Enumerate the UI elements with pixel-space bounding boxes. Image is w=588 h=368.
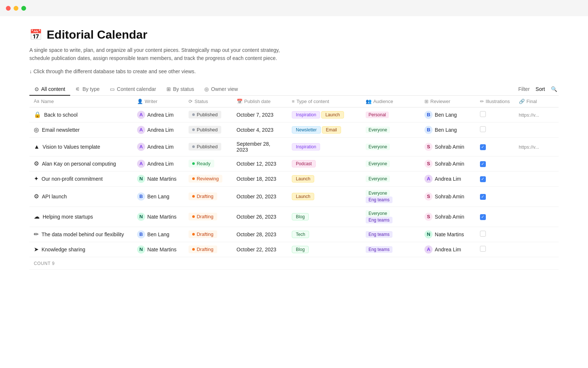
illus-col-icon: ✏ [480,99,484,104]
illustrations-checkbox[interactable] [480,126,486,132]
content-type-tag: Launch [321,111,344,118]
row-name: Knowledge sharing [42,247,85,252]
status-dot [192,145,195,148]
cell-publish-date: October 20, 2023 [232,186,287,206]
reviewer-name: Sohrab Amin [435,144,464,150]
illustrations-checkbox[interactable] [480,111,486,117]
close-button[interactable] [6,6,11,11]
table-row[interactable]: ▲Vision to Values templateAAndrea LimPub… [29,137,559,156]
search-button[interactable]: 🔍 [551,86,557,92]
sort-button[interactable]: Sort [535,86,545,92]
cell-name: ◎Email newsletter [29,122,133,137]
cell-illustrations[interactable] [476,156,514,171]
writer-name: Ben Lang [147,231,169,237]
illustrations-checkbox[interactable] [480,161,486,167]
cell-content-type: Tech [287,227,361,242]
illustrations-checkbox[interactable] [480,231,486,237]
audience-tag: Eng teams [366,231,392,238]
tab-by-status[interactable]: ⊞ By status [161,83,200,96]
table-row[interactable]: ✏The data model behind our flexibilityBB… [29,227,559,242]
cell-illustrations[interactable] [476,242,514,257]
by-status-icon: ⊞ [166,86,171,92]
status-badge: Drafting [189,192,217,200]
reviewer-name: Andrea Lim [435,247,461,252]
reviewer-avatar: S [424,213,433,221]
table-row[interactable]: 🔒Back to schoolAAndrea LimPublishedOctob… [29,107,559,122]
cell-publish-date: September 28, 2023 [232,137,287,156]
tab-owner-view[interactable]: ◎ Owner view [199,83,243,96]
audience-tag: Eng teams [366,246,392,253]
status-label: Drafting [197,194,214,199]
cell-illustrations[interactable] [476,206,514,227]
table-row[interactable]: ⚙API launchBBen LangDraftingOctober 20, … [29,186,559,206]
cell-illustrations[interactable] [476,107,514,122]
cell-illustrations[interactable] [476,186,514,206]
tab-by-type-label: By type [82,86,100,92]
cell-audience: Everyone [361,137,420,156]
cell-status: Drafting [184,242,232,257]
illustrations-checkbox[interactable] [480,246,486,252]
cell-final-url [514,227,559,242]
audience-tag: Everyone [366,144,390,150]
row-name: The data model behind our flexibility [42,231,124,237]
content-type-tag: Blog [292,246,309,253]
cell-writer: NNate Martins [133,242,184,257]
status-dot [192,128,195,131]
content-type-tag: Launch [292,193,314,200]
status-dot [192,177,195,180]
audience-col-icon: 👥 [366,99,372,104]
table-row[interactable]: ☁Helping more startupsNNate MartinsDraft… [29,206,559,227]
tab-by-type[interactable]: ⚟ By type [70,83,105,96]
status-label: Drafting [197,214,214,219]
tab-all-content[interactable]: ⊙ All content [29,83,70,96]
row-icon: ✏ [34,231,39,238]
table-row[interactable]: ⚙Alan Kay on personal computingAAndrea L… [29,156,559,171]
cell-reviewer: SSohrab Amin [420,156,475,171]
reviewer-name: Andrea Lim [435,176,461,182]
row-icon: ➤ [34,246,39,253]
tab-all-content-label: All content [41,86,65,92]
cell-audience: Eng teams [361,242,420,257]
date-col-icon: 📅 [237,99,243,104]
minimize-button[interactable] [14,6,18,11]
illustrations-checkbox[interactable] [480,144,486,150]
filter-button[interactable]: Filter [518,86,530,92]
table-row[interactable]: ➤Knowledge sharingNNate MartinsDraftingO… [29,242,559,257]
cell-audience: Everyone [361,171,420,186]
cell-illustrations[interactable] [476,137,514,156]
cell-reviewer: SSohrab Amin [420,186,475,206]
status-label: Reviewing [197,176,219,181]
cell-content-type: Launch [287,186,361,206]
avatar: A [137,111,145,119]
cell-final-url [514,242,559,257]
audience-tag: Everyone [366,210,390,217]
cell-illustrations[interactable] [476,171,514,186]
cell-publish-date: October 22, 2023 [232,242,287,257]
page-hint: ↓ Click through the different database t… [29,68,559,74]
cell-publish-date: October 26, 2023 [232,206,287,227]
illustrations-checkbox[interactable] [480,194,486,200]
count-label: COUNT 9 [34,261,55,266]
row-name: API launch [42,194,67,199]
audience-tag: Personal [366,112,389,118]
tab-content-calendar[interactable]: ▭ Content calendar [105,83,161,96]
reviewer-avatar: S [424,160,433,168]
status-badge: Published [189,143,221,151]
cell-publish-date: October 4, 2023 [232,122,287,137]
maximize-button[interactable] [21,6,26,11]
tab-by-status-label: By status [173,86,194,92]
avatar: N [137,213,145,221]
illustrations-checkbox[interactable] [480,214,486,220]
table-row[interactable]: ◎Email newsletterAAndrea LimPublishedOct… [29,122,559,137]
reviewer-avatar: A [424,245,433,254]
row-name: Helping more startups [43,214,93,220]
cell-illustrations[interactable] [476,122,514,137]
table-row[interactable]: ✦Our non-profit commitmentNNate MartinsR… [29,171,559,186]
all-content-icon: ⊙ [35,86,39,92]
status-dot [192,195,195,198]
reviewer-avatar: B [424,126,433,134]
row-icon: ⚙ [34,160,39,167]
cell-reviewer: AAndrea Lim [420,171,475,186]
illustrations-checkbox[interactable] [480,176,486,182]
cell-illustrations[interactable] [476,227,514,242]
